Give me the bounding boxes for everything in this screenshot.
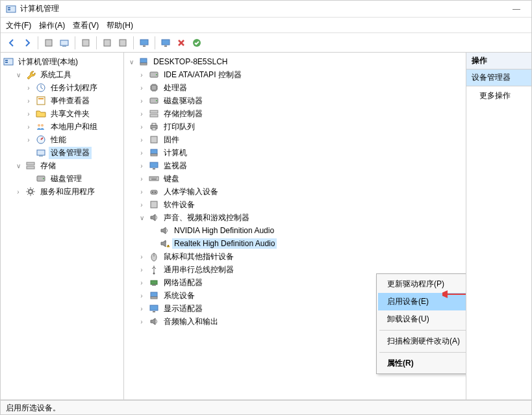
menu-action[interactable]: 操作(A) [39,20,65,30]
expand-icon[interactable]: › [137,123,146,131]
box-icon [149,134,159,145]
expand-icon[interactable]: › [137,188,146,195]
device-computer[interactable]: ›计算机 [125,146,464,159]
device-software[interactable]: ›软件设备 [125,198,464,211]
speaker-icon [159,225,170,236]
tb-button-4[interactable] [100,36,114,50]
tree-system-tools[interactable]: ∨系统工具 [2,68,122,81]
expand-icon[interactable]: › [137,84,146,92]
tree-label: 计算机管理(本地) [16,56,80,68]
back-button[interactable] [5,36,19,50]
ctx-scan[interactable]: 扫描检测硬件改动(A) [378,333,466,350]
expand-icon[interactable]: › [137,266,146,273]
device-realtek-audio[interactable]: ›Realtek High Definition Audio [125,237,464,250]
tb-button-3[interactable] [79,36,93,50]
device-keyboard[interactable]: ›键盘 [125,172,464,185]
driver-icon [160,38,171,48]
update-driver-button[interactable] [158,36,173,50]
check-icon [192,38,202,48]
menu-view[interactable]: 查看(V) [73,20,99,30]
tb-button-2[interactable] [57,36,71,50]
separator [75,36,75,49]
expand-icon[interactable]: › [137,149,146,157]
device-cpu[interactable]: ›处理器 [125,81,464,94]
speaker-icon [149,212,159,223]
tree-device-manager[interactable]: ›设备管理器 [2,146,122,159]
tree-storage[interactable]: ∨存储 [2,159,122,172]
device-firmware[interactable]: ›固件 [125,133,464,146]
collapse-icon[interactable]: ∨ [137,214,146,221]
device-label: IDE ATA/ATAPI 控制器 [162,69,244,81]
expand-icon[interactable]: › [24,136,33,144]
expand-icon[interactable]: › [137,201,146,208]
expand-icon[interactable]: › [24,97,33,105]
minimize-button[interactable]: — [507,5,526,14]
expand-icon[interactable]: › [137,71,146,79]
expand-icon[interactable]: › [137,279,146,286]
collapse-icon[interactable]: ∨ [14,162,23,170]
device-print-queue[interactable]: ›打印队列 [125,120,464,133]
tree-local-users[interactable]: ›本地用户和组 [2,120,122,133]
ctx-update-driver[interactable]: 更新驱动程序(P) [378,275,466,293]
app-icon [6,4,16,14]
collapse-icon[interactable]: ∨ [14,71,23,79]
collapse-icon[interactable]: ∨ [127,58,136,66]
expand-icon[interactable]: › [137,97,146,105]
tree-task-scheduler[interactable]: ›任务计划程序 [2,81,122,94]
device-disk-drive[interactable]: ›磁盘驱动器 [125,94,464,107]
expand-icon[interactable]: › [24,123,33,131]
device-storage-ctrl[interactable]: ›存储控制器 [125,107,464,120]
tb-button-1[interactable] [42,36,56,50]
device-root[interactable]: ∨DESKTOP-8E5SLCH [125,55,464,68]
scan-hardware-button[interactable] [137,36,151,50]
menu-file[interactable]: 文件(F) [6,20,31,30]
x-icon [176,38,186,48]
expand-icon[interactable]: › [137,305,146,312]
expand-icon[interactable]: › [137,253,146,260]
menu-help[interactable]: 帮助(H) [107,20,133,30]
device-mouse[interactable]: ›鼠标和其他指针设备 [125,250,464,263]
expand-icon[interactable]: › [137,175,146,182]
actions-section[interactable]: 设备管理器 [466,69,531,86]
expand-icon[interactable]: › [137,110,146,118]
tile-icon [102,38,112,48]
device-nvidia-audio[interactable]: ›NVIDIA High Definition Audio [125,224,464,237]
device-label: 存储控制器 [162,108,205,120]
window-title: 计算机管理 [20,3,507,14]
separator [379,352,466,353]
tree-shared-folders[interactable]: ›共享文件夹 [2,107,122,120]
expand-icon[interactable]: › [137,292,146,299]
device-label: 处理器 [162,82,189,94]
expand-icon[interactable]: › [14,188,23,195]
folder-icon [36,108,46,119]
tree-disk-mgmt[interactable]: ›磁盘管理 [2,172,122,185]
tree-label: 设备管理器 [49,147,92,159]
uninstall-button[interactable] [174,36,188,50]
device-monitor[interactable]: ›监视器 [125,159,464,172]
device-sound[interactable]: ∨声音、视频和游戏控制器 [125,211,464,224]
context-menu: 更新驱动程序(P) 启用设备(E) 卸载设备(U) 扫描检测硬件改动(A) 属性… [376,273,466,374]
expand-icon[interactable]: › [24,110,33,118]
tree-event-viewer[interactable]: ›事件查看器 [2,94,122,107]
tree-root[interactable]: 计算机管理(本地) [2,55,122,68]
enable-button[interactable] [190,36,204,50]
expand-icon[interactable]: › [137,162,146,170]
ctx-enable-device[interactable]: 启用设备(E) [378,293,466,310]
more-actions[interactable]: 更多操作 [466,86,531,104]
tree-services[interactable]: ›服务和应用程序 [2,185,122,198]
expand-icon[interactable]: › [24,84,33,92]
right-panel: 操作 设备管理器 更多操作 [466,53,531,399]
device-hid[interactable]: ›人体学输入设备 [125,185,464,198]
device-label: 人体学输入设备 [162,186,220,198]
expand-icon[interactable]: › [137,318,146,325]
forward-button[interactable] [20,36,34,50]
left-panel: 计算机管理(本地) ∨系统工具 ›任务计划程序 ›事件查看器 ›共享文件夹 ›本… [1,53,124,399]
device-ide[interactable]: ›IDE ATA/ATAPI 控制器 [125,68,464,81]
tree-performance[interactable]: ›性能 [2,133,122,146]
tb-button-5[interactable] [116,36,130,50]
expand-icon[interactable]: › [137,136,146,144]
wrench-icon [25,69,36,80]
center-panel: ∨DESKTOP-8E5SLCH ›IDE ATA/ATAPI 控制器 ›处理器… [124,53,466,399]
ctx-uninstall[interactable]: 卸载设备(U) [378,310,466,328]
ctx-properties[interactable]: 属性(R) [378,355,466,372]
